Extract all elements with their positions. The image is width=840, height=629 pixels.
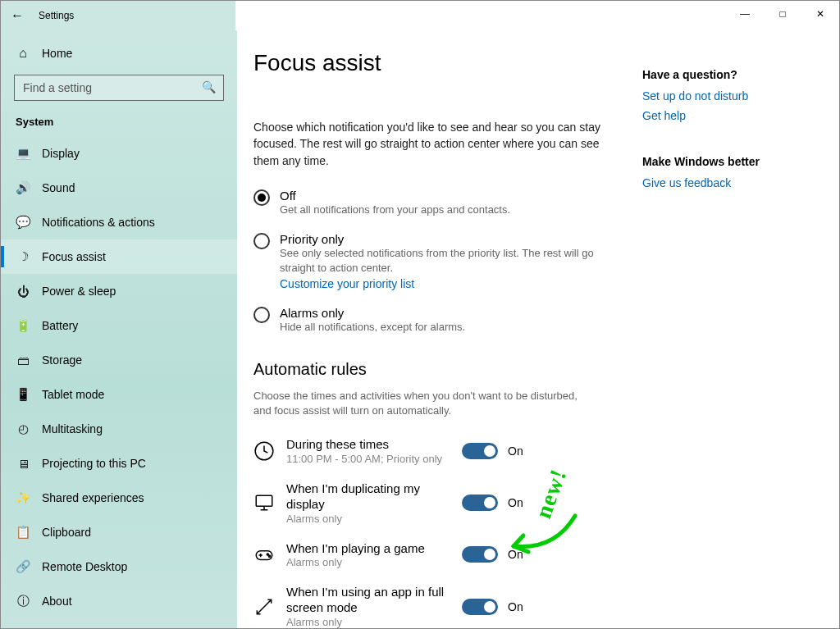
sidebar-item-label: Remote Desktop: [42, 560, 127, 573]
automatic-rules-header: Automatic rules: [253, 360, 609, 379]
sidebar-item-sound[interactable]: 🔊Sound: [1, 171, 237, 205]
svg-point-3: [267, 554, 268, 555]
battery-icon: 🔋: [16, 318, 30, 333]
radio-indicator: [253, 233, 270, 249]
sidebar-item-label: About: [42, 595, 72, 608]
rule-toggle[interactable]: [462, 599, 498, 615]
clipboard-icon: 📋: [16, 525, 30, 540]
sidebar-item-label: Storage: [42, 353, 82, 367]
sidebar-item-multitasking[interactable]: ◴Multitasking: [1, 412, 237, 446]
sidebar-item-about[interactable]: ⓘAbout: [1, 584, 237, 618]
radio-off[interactable]: Off Get all notifications from your apps…: [253, 189, 609, 217]
radio-subtext: Get all notifications from your apps and…: [280, 203, 510, 217]
rule-toggle[interactable]: [462, 495, 498, 511]
back-button[interactable]: ←: [11, 8, 34, 23]
customize-priority-link[interactable]: Customize your priority list: [280, 277, 414, 290]
sidebar-item-label: Clipboard: [42, 526, 91, 539]
projecting-icon: 🖥: [16, 457, 30, 471]
sidebar-item-label: Focus assist: [42, 250, 106, 263]
radio-priority-only[interactable]: Priority only See only selected notifica…: [253, 232, 609, 291]
sidebar-item-battery[interactable]: 🔋Battery: [1, 308, 237, 343]
rule-label: When I'm playing a game: [286, 541, 450, 557]
rule-subtext: Alarms only: [286, 513, 450, 525]
toggle-state-label: On: [508, 548, 523, 561]
radio-indicator: [253, 189, 270, 206]
focus-assist-icon: ☽: [16, 249, 30, 264]
sidebar-item-shared-experiences[interactable]: ✨Shared experiences: [1, 481, 237, 515]
sidebar-item-label: Sound: [42, 181, 75, 194]
rule-toggle[interactable]: [462, 546, 498, 563]
monitor-icon: [253, 492, 275, 513]
get-help-link[interactable]: Get help: [642, 109, 826, 122]
page-title: Focus assist: [253, 50, 609, 76]
tablet-icon: 📱: [16, 387, 30, 402]
svg-rect-1: [256, 496, 272, 507]
rule-full-screen-app[interactable]: When I'm using an app in full screen mod…: [253, 585, 609, 628]
clock-icon: [253, 440, 275, 462]
radio-subtext: See only selected notifications from the…: [280, 246, 609, 276]
sidebar-item-label: Power & sleep: [42, 285, 116, 298]
fullscreen-icon: [253, 596, 275, 618]
sound-icon: 🔊: [16, 180, 30, 195]
window-controls: ― □ ✕: [726, 1, 839, 27]
sidebar-item-tablet-mode[interactable]: 📱Tablet mode: [1, 377, 237, 412]
sidebar-item-notifications[interactable]: 💬Notifications & actions: [1, 205, 237, 239]
sidebar-item-label: Display: [42, 147, 80, 160]
rule-playing-game[interactable]: When I'm playing a gameAlarms only On: [253, 541, 609, 569]
power-icon: ⏻: [16, 285, 30, 299]
rule-subtext: 11:00 PM - 5:00 AM; Priority only: [286, 453, 450, 465]
notifications-icon: 💬: [16, 215, 30, 230]
remote-desktop-icon: 🔗: [16, 559, 30, 574]
sidebar-item-storage[interactable]: 🗃Storage: [1, 343, 237, 377]
radio-label: Off: [280, 189, 510, 203]
radio-alarms-only[interactable]: Alarms only Hide all notifications, exce…: [253, 306, 609, 335]
rule-subtext: Alarms only: [286, 616, 450, 628]
home-label: Home: [42, 47, 72, 60]
sidebar-item-remote-desktop[interactable]: 🔗Remote Desktop: [1, 549, 237, 584]
sidebar-item-label: Notifications & actions: [42, 216, 155, 229]
sidebar-item-label: Tablet mode: [42, 388, 104, 401]
radio-indicator: [253, 307, 270, 323]
minimize-button[interactable]: ―: [726, 1, 764, 27]
rule-duplicating-display[interactable]: When I'm duplicating my displayAlarms on…: [253, 481, 609, 525]
close-button[interactable]: ✕: [801, 1, 839, 27]
sidebar-item-focus-assist[interactable]: ☽Focus assist: [1, 239, 237, 274]
sidebar-item-label: Projecting to this PC: [42, 457, 146, 470]
rule-label: When I'm duplicating my display: [286, 481, 450, 513]
gamepad-icon: [253, 544, 275, 565]
svg-point-4: [268, 556, 270, 558]
sidebar-item-projecting[interactable]: 🖥Projecting to this PC: [1, 446, 237, 481]
rule-subtext: Alarms only: [286, 556, 450, 568]
right-pane: Have a question? Set up do not disturb G…: [634, 30, 839, 628]
toggle-state-label: On: [508, 496, 523, 509]
display-icon: 💻: [16, 146, 30, 161]
sidebar: ⌂ Home 🔍 System 💻Display 🔊Sound 💬Notific…: [1, 30, 237, 628]
home-icon: ⌂: [16, 46, 30, 61]
about-icon: ⓘ: [16, 594, 30, 609]
radio-label: Alarms only: [280, 306, 465, 320]
maximize-button[interactable]: □: [764, 1, 801, 27]
radio-subtext: Hide all notifications, except for alarm…: [280, 320, 465, 335]
search-input[interactable]: [14, 75, 224, 101]
search-icon: 🔍: [202, 80, 216, 93]
sidebar-item-power-sleep[interactable]: ⏻Power & sleep: [1, 274, 237, 308]
automatic-rules-desc: Choose the times and activities when you…: [253, 389, 598, 420]
home-nav[interactable]: ⌂ Home: [1, 37, 237, 70]
set-up-dnd-link[interactable]: Set up do not disturb: [642, 89, 826, 103]
rule-toggle[interactable]: [462, 443, 498, 459]
shared-icon: ✨: [16, 490, 30, 505]
sidebar-item-display[interactable]: 💻Display: [1, 136, 237, 171]
question-header: Have a question?: [642, 68, 826, 81]
titlebar: ← Settings: [1, 1, 839, 30]
rule-during-times[interactable]: During these times11:00 PM - 5:00 AM; Pr…: [253, 437, 609, 465]
rule-label: When I'm using an app in full screen mod…: [286, 585, 450, 616]
toggle-state-label: On: [508, 600, 523, 613]
give-feedback-link[interactable]: Give us feedback: [642, 176, 826, 189]
toggle-state-label: On: [508, 444, 523, 458]
sidebar-item-label: Multitasking: [42, 422, 103, 435]
page-description: Choose which notification you'd like to …: [253, 119, 609, 169]
sidebar-item-clipboard[interactable]: 📋Clipboard: [1, 515, 237, 549]
sidebar-section-label: System: [1, 109, 237, 136]
radio-label: Priority only: [280, 232, 609, 246]
rule-label: During these times: [286, 437, 450, 453]
